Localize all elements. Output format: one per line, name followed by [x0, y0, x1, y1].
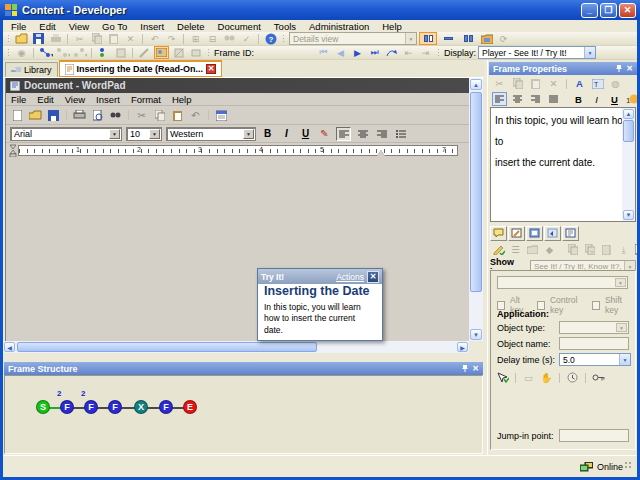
- delete-icon[interactable]: ✕: [123, 32, 138, 45]
- right-indent-marker[interactable]: [377, 150, 385, 156]
- toolbar-drag-handle[interactable]: [437, 48, 440, 57]
- indent-markers[interactable]: [9, 144, 18, 157]
- fp-cut-icon[interactable]: ✂: [492, 77, 507, 91]
- details-view-button[interactable]: [419, 32, 437, 45]
- fp-align-right-icon[interactable]: [528, 92, 543, 106]
- folder-properties-icon[interactable]: [479, 32, 494, 45]
- fp-underline-icon[interactable]: U: [607, 92, 622, 106]
- screenshot-properties-icon[interactable]: [526, 226, 543, 241]
- insert-frame-icon[interactable]: ▾: [55, 46, 70, 59]
- wp-menu-format[interactable]: Format: [131, 94, 161, 105]
- frame-node[interactable]: F: [108, 400, 122, 414]
- toolbar-drag-handle[interactable]: [7, 48, 10, 57]
- bubble-text-icon[interactable]: [508, 226, 525, 241]
- wp-bold-icon[interactable]: B: [260, 127, 275, 141]
- horizontal-scroll-thumb[interactable]: [17, 342, 317, 352]
- tab-topic-inserting-the-date[interactable]: Inserting the Date (Read-On... ✕: [59, 60, 223, 77]
- wp-find-icon[interactable]: [108, 108, 123, 122]
- split-view-button[interactable]: [439, 32, 457, 45]
- go-to-frame-icon[interactable]: [384, 46, 399, 59]
- fill-icon[interactable]: ◆: [542, 243, 557, 257]
- folder-icon[interactable]: [525, 243, 540, 257]
- frame-node[interactable]: F: [159, 400, 173, 414]
- redo-icon[interactable]: ↷: [164, 32, 179, 45]
- area-action-icon[interactable]: ▭: [521, 371, 536, 385]
- record-icon[interactable]: ◉: [14, 46, 29, 59]
- shift-key-checkbox[interactable]: [592, 301, 600, 310]
- wp-print-preview-icon[interactable]: [90, 108, 105, 122]
- import-icon[interactable]: ⤓: [616, 243, 631, 257]
- wordpad-document-area[interactable]: [6, 159, 470, 341]
- print-icon[interactable]: [48, 32, 63, 45]
- toolbar-drag-handle[interactable]: [207, 48, 210, 57]
- scroll-down-icon[interactable]: ▼: [623, 210, 634, 220]
- edit-action-icon[interactable]: [137, 46, 152, 59]
- menu-help[interactable]: Help: [382, 21, 402, 32]
- menu-administration[interactable]: Administration: [309, 21, 369, 32]
- frame-node-end[interactable]: E: [183, 400, 197, 414]
- save-icon[interactable]: [31, 32, 46, 45]
- wp-cut-icon[interactable]: ✂: [134, 108, 149, 122]
- scroll-left-icon[interactable]: ◀: [4, 342, 15, 352]
- insert-path-icon[interactable]: ▾: [72, 46, 87, 59]
- sound-properties-icon[interactable]: [544, 226, 561, 241]
- wp-align-right-icon[interactable]: [374, 127, 389, 141]
- refresh-icon[interactable]: ⟳: [496, 32, 511, 45]
- fp-paste-icon[interactable]: [528, 77, 543, 91]
- jump-in-input[interactable]: [559, 429, 629, 442]
- vertical-scroll-thumb[interactable]: [470, 92, 482, 292]
- paste-special-icon[interactable]: [599, 243, 614, 257]
- wp-print-icon[interactable]: [72, 108, 87, 122]
- menu-document[interactable]: Document: [218, 21, 261, 32]
- previous-frame-icon[interactable]: ◀: [333, 46, 348, 59]
- frame-structure-header[interactable]: Frame Structure ✕: [4, 362, 483, 375]
- list-icon[interactable]: ☰: [508, 243, 523, 257]
- bubble-properties-icon[interactable]: [490, 226, 507, 241]
- edit-screenshot-icon[interactable]: [154, 46, 169, 59]
- minimize-button[interactable]: _: [581, 3, 598, 18]
- wp-bullets-icon[interactable]: [393, 127, 408, 141]
- fp-delete-icon[interactable]: ✕: [546, 77, 561, 91]
- zoom-in-icon[interactable]: ⊞: [188, 32, 203, 45]
- fp-text-properties-icon[interactable]: T: [590, 77, 605, 91]
- first-frame-icon[interactable]: ⏮: [316, 46, 331, 59]
- help-icon[interactable]: ?: [263, 32, 278, 45]
- key-action-icon[interactable]: [591, 371, 606, 385]
- editor-horizontal-scrollbar[interactable]: ◀ ▶: [3, 341, 469, 353]
- wp-align-left-icon[interactable]: [336, 127, 351, 141]
- copy-frame-icon[interactable]: [113, 46, 128, 59]
- close-panel-icon[interactable]: ✕: [472, 364, 479, 373]
- fp-bubble-text-editor[interactable]: In this topic, you will learn how to ins…: [490, 107, 636, 222]
- close-button[interactable]: ✕: [619, 3, 636, 18]
- fp-text-scrollbar[interactable]: ▲ ▼: [622, 108, 635, 221]
- wp-datetime-icon[interactable]: [214, 108, 229, 122]
- wp-save-icon[interactable]: [46, 108, 61, 122]
- delay-time-dropdown[interactable]: 5.0▼: [559, 353, 631, 366]
- frame-properties-header[interactable]: Frame Properties ✕: [489, 62, 637, 75]
- zoom-out-icon[interactable]: ⊟: [205, 32, 220, 45]
- next-frame-icon[interactable]: ▶: [350, 46, 365, 59]
- insert-topic-icon[interactable]: ▾: [38, 46, 53, 59]
- fp-bold-icon[interactable]: B: [571, 92, 586, 106]
- wp-open-icon[interactable]: [28, 108, 43, 122]
- maximize-button[interactable]: ❐: [600, 3, 617, 18]
- editor-vertical-scrollbar[interactable]: ▲ ▼: [469, 78, 483, 341]
- fp-copy-icon[interactable]: [510, 77, 525, 91]
- object-name-input[interactable]: [559, 337, 629, 350]
- wp-font-name-dropdown[interactable]: Arial▼: [10, 127, 122, 141]
- frame-node-decision[interactable]: X: [134, 400, 148, 414]
- fp-align-center-icon[interactable]: [510, 92, 525, 106]
- resize-grip[interactable]: [624, 461, 633, 470]
- wp-copy-icon[interactable]: [152, 108, 167, 122]
- wp-font-color-icon[interactable]: ✎: [317, 127, 332, 141]
- scroll-down-icon[interactable]: ▼: [470, 329, 482, 340]
- pointer-action-icon[interactable]: [495, 371, 510, 385]
- tryit-actions-link[interactable]: Actions: [336, 272, 364, 282]
- wp-menu-help[interactable]: Help: [172, 94, 192, 105]
- wp-underline-icon[interactable]: U: [298, 127, 313, 141]
- wp-italic-icon[interactable]: I: [279, 127, 294, 141]
- copy-to-icon[interactable]: [565, 243, 580, 257]
- tryit-close-icon[interactable]: ✕: [367, 271, 379, 283]
- tab-library[interactable]: Library: [5, 62, 58, 77]
- menu-file[interactable]: File: [11, 21, 26, 32]
